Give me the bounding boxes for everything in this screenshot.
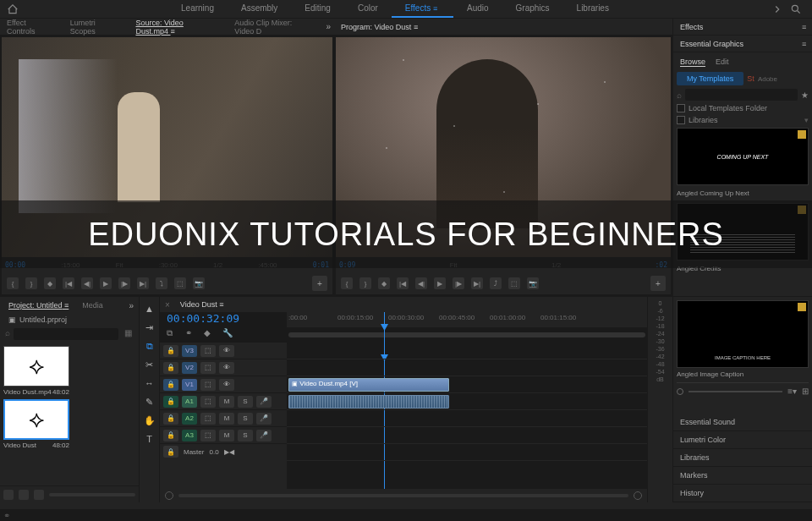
play-button[interactable]: ▶ xyxy=(434,277,446,289)
overwrite-button[interactable]: ⬚ xyxy=(174,277,186,289)
goto-in-button[interactable]: |◀ xyxy=(63,277,74,289)
razor-tool[interactable]: ✂ xyxy=(143,358,156,371)
zoom-in-icon[interactable] xyxy=(634,491,642,500)
graphics-edit-tab[interactable]: Edit xyxy=(716,58,729,67)
workspace-tab-libraries[interactable]: Libraries xyxy=(563,0,623,18)
mark-out-button[interactable]: } xyxy=(25,277,37,289)
accordion-libraries[interactable]: Libraries xyxy=(673,449,812,467)
workspace-tab-audio[interactable]: Audio xyxy=(453,0,502,18)
more-icon[interactable]: » xyxy=(129,301,134,310)
favorite-icon[interactable]: ★ xyxy=(801,90,809,100)
zoom-out-icon[interactable] xyxy=(165,491,173,500)
insert-button[interactable]: ⤵ xyxy=(156,277,167,289)
slider-knob[interactable] xyxy=(677,388,683,395)
track-a1[interactable] xyxy=(287,393,647,410)
graphics-browse-tab[interactable]: Browse xyxy=(680,58,705,67)
track-a2[interactable] xyxy=(287,410,647,427)
panel-tab-audio-mixer[interactable]: Audio Clip Mixer: Video D xyxy=(231,17,312,37)
freeform-view-icon[interactable] xyxy=(34,490,44,500)
type-tool[interactable]: T xyxy=(143,432,156,446)
audio-clip[interactable] xyxy=(288,395,449,409)
panel-tab-program[interactable]: Program: Video Dust ≡ xyxy=(337,21,424,33)
timeline-timecode[interactable]: 00:00:32:09 xyxy=(160,312,287,325)
wrench-icon[interactable]: 🔧 xyxy=(222,328,233,338)
more-icon[interactable]: » xyxy=(326,22,331,31)
template-item[interactable]: COMING UP NEXT xyxy=(677,128,809,185)
track-a3[interactable] xyxy=(287,427,647,444)
template-item[interactable]: IMAGE CAPTION HERE xyxy=(677,300,809,368)
graphics-search-input[interactable] xyxy=(685,89,798,101)
panel-tab-effects[interactable]: Effects xyxy=(677,21,706,33)
step-fwd-button[interactable]: |▶ xyxy=(453,277,464,289)
marker-button[interactable]: ◆ xyxy=(378,277,390,289)
timeline-tracks[interactable]: ▣ Video Dust.mp4 [V] xyxy=(287,343,647,489)
accordion-lumetri-color[interactable]: Lumetri Color xyxy=(673,431,812,449)
menu-icon[interactable]: ≡ xyxy=(171,27,178,36)
track-header-v1[interactable]: 🔒V1⬚👁 xyxy=(160,376,287,393)
bin-item[interactable]: ⟡ Video Dust.mp448:02 xyxy=(2,344,137,398)
local-templates-checkbox[interactable]: Local Templates Folder xyxy=(677,104,809,112)
workspace-tab-effects[interactable]: Effects ≡ xyxy=(392,0,453,18)
sequence-tab[interactable]: Video Dust ≡ xyxy=(177,299,228,310)
step-back-button[interactable]: ◀| xyxy=(81,277,93,289)
icon-view-icon[interactable] xyxy=(19,490,29,500)
track-header-a3[interactable]: 🔒A3⬚MS🎤 xyxy=(160,427,287,444)
mark-in-button[interactable]: { xyxy=(341,277,353,289)
stock-icon[interactable]: St xyxy=(747,74,754,83)
accordion-history[interactable]: History xyxy=(673,485,812,502)
video-clip[interactable]: ▣ Video Dust.mp4 [V] xyxy=(288,378,449,392)
search-icon[interactable] xyxy=(790,3,805,15)
step-fwd-button[interactable]: |▶ xyxy=(118,277,130,289)
slip-tool[interactable]: ↔ xyxy=(143,376,156,390)
playhead[interactable] xyxy=(384,312,385,343)
workspace-tab-learning[interactable]: Learning xyxy=(167,0,228,18)
master-track[interactable]: 🔒Master0.0▶◀ xyxy=(160,444,287,459)
goto-out-button[interactable]: ▶| xyxy=(471,277,483,289)
list-view-icon[interactable] xyxy=(3,490,14,500)
workspace-tab-editing[interactable]: Editing xyxy=(291,0,344,18)
link-icon[interactable]: ⚭ xyxy=(185,328,195,338)
play-button[interactable]: ▶ xyxy=(100,277,112,289)
panel-tab-media[interactable]: Media xyxy=(79,299,107,311)
menu-icon[interactable]: ≡ xyxy=(414,23,420,31)
track-header-a1[interactable]: 🔒A1⬚MS🎤 xyxy=(160,393,287,410)
track-v2[interactable] xyxy=(287,359,647,376)
libraries-checkbox[interactable]: Libraries ▾ xyxy=(677,116,809,124)
panel-menu-icon[interactable]: ≡ xyxy=(802,23,809,31)
panel-tab-essential-graphics[interactable]: Essential Graphics xyxy=(677,38,747,50)
track-v3[interactable] xyxy=(287,343,647,359)
workspace-tab-assembly[interactable]: Assembly xyxy=(228,0,291,18)
track-v1[interactable]: ▣ Video Dust.mp4 [V] xyxy=(287,376,647,393)
marker-icon[interactable]: ◆ xyxy=(204,328,214,338)
timeline-ruler[interactable]: :00:00 00:00:15:00 00:00:30:00 00:00:45:… xyxy=(287,312,647,327)
new-folder-icon[interactable]: ⊞ xyxy=(802,387,809,396)
track-master[interactable] xyxy=(287,444,647,461)
workspace-tab-color[interactable]: Color xyxy=(344,0,392,18)
marker-button[interactable]: ◆ xyxy=(44,277,56,289)
panel-tab-source[interactable]: Source: Video Dust.mp4 ≡ xyxy=(132,17,217,37)
goto-out-button[interactable]: ▶| xyxy=(137,277,149,289)
track-select-tool[interactable]: ⇥ xyxy=(143,321,156,334)
project-bin-area[interactable]: ⟡ Video Dust.mp448:02 ⟡ Video Dust48:02 xyxy=(0,343,139,485)
home-icon[interactable] xyxy=(7,3,19,15)
extract-button[interactable]: ⬚ xyxy=(508,277,520,289)
timeline-zoom-slider[interactable] xyxy=(178,494,628,497)
bin-item[interactable]: ⟡ Video Dust48:02 xyxy=(2,398,137,451)
hand-tool[interactable]: ✋ xyxy=(143,414,156,427)
export-frame-button[interactable]: 📷 xyxy=(193,277,205,289)
panel-menu-icon[interactable]: ≡ xyxy=(802,40,809,48)
project-search-input[interactable] xyxy=(14,328,118,340)
zoom-slider[interactable] xyxy=(49,493,135,496)
panel-tab-lumetri-scopes[interactable]: Lumetri Scopes xyxy=(67,17,119,37)
track-header-v3[interactable]: 🔒V3⬚👁 xyxy=(160,343,287,359)
button-editor-icon[interactable]: + xyxy=(650,276,666,291)
panel-tab-effect-controls[interactable]: Effect Controls xyxy=(3,17,53,37)
pen-tool[interactable]: ✎ xyxy=(143,395,156,409)
thumbnail-size-slider[interactable] xyxy=(689,391,782,392)
button-editor-icon[interactable]: + xyxy=(312,276,327,291)
sort-icon[interactable]: ≡▾ xyxy=(787,387,797,396)
mark-out-button[interactable]: } xyxy=(359,277,371,289)
accordion-essential-sound[interactable]: Essential Sound xyxy=(673,414,812,431)
track-header-a2[interactable]: 🔒A2⬚MS🎤 xyxy=(160,410,287,427)
more-workspaces-icon[interactable] xyxy=(771,3,783,15)
